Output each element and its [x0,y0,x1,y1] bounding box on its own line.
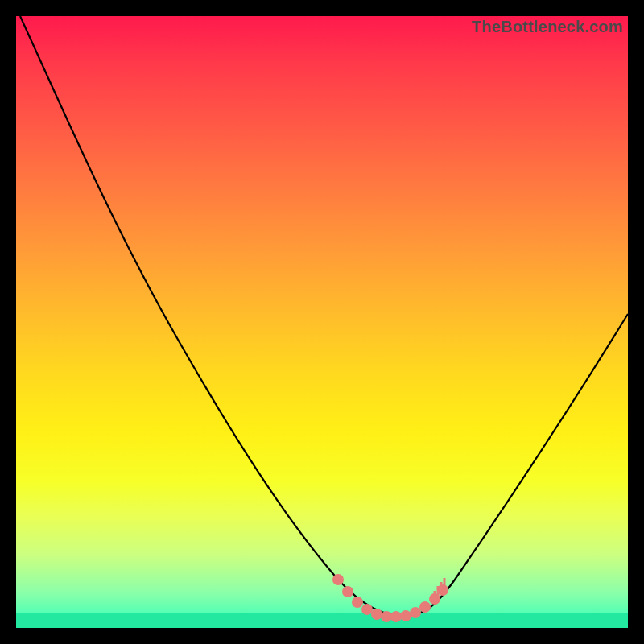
svg-point-5 [381,611,392,622]
svg-point-7 [400,610,411,621]
svg-point-6 [390,611,402,622]
bottleneck-curve [20,16,628,616]
curve-layer [16,16,628,628]
plot-area: TheBottleneck.com [16,16,628,628]
svg-point-0 [332,574,344,585]
svg-point-9 [419,601,431,613]
chart-frame: TheBottleneck.com [0,0,644,644]
svg-point-8 [410,607,421,618]
highlight-markers [332,574,448,622]
svg-point-2 [352,597,363,608]
svg-point-3 [361,604,373,615]
svg-point-4 [371,609,382,620]
svg-point-1 [342,586,353,597]
